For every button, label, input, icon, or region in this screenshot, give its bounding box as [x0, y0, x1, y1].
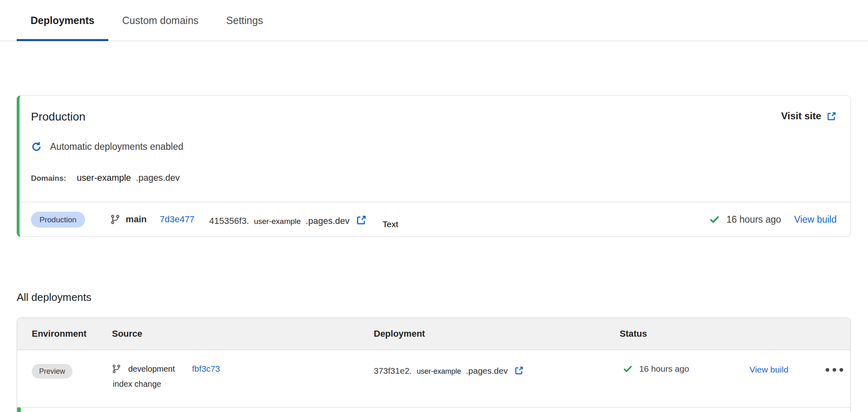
check-icon [623, 364, 633, 374]
deployment-url-project: user-example [416, 367, 461, 376]
deployment-time: 16 hours ago [726, 214, 781, 225]
deployment-url-suffix: .pages.dev [306, 216, 350, 226]
auto-deployments-text: Automatic deployments enabled [50, 141, 183, 152]
git-branch-icon [110, 215, 120, 224]
production-card-title: Production [31, 110, 85, 123]
visit-site-label: Visit site [781, 110, 821, 122]
view-build-link[interactable]: View build [750, 365, 788, 375]
deployment-url-subdomain: 415356f3. [209, 216, 249, 226]
environment-badge-production: Production [31, 212, 85, 228]
external-link-icon[interactable] [514, 366, 524, 375]
deployment-url-project: user-example [254, 217, 301, 226]
tab-custom-domains-label: Custom domains [122, 15, 199, 26]
branch-name: development [128, 364, 175, 374]
deployment-note: Text [382, 219, 398, 229]
next-row-accent-stub [17, 408, 850, 412]
commit-message: index change [113, 379, 374, 389]
commit-link[interactable]: fbf3c73 [192, 364, 220, 374]
refresh-icon [31, 141, 42, 152]
domains-label: Domains: [31, 174, 66, 183]
tab-deployments[interactable]: Deployments [17, 0, 108, 41]
table-header-row: Environment Source Deployment Status [17, 318, 850, 350]
all-deployments-title: All deployments [17, 291, 868, 304]
source-cell: development fbf3c73 index change [112, 364, 374, 389]
view-build-link[interactable]: View build [794, 214, 837, 225]
ellipsis-icon[interactable] [826, 368, 850, 372]
branch-name: main [126, 214, 147, 225]
page-tabs: Deployments Custom domains Settings [0, 0, 868, 41]
tab-settings[interactable]: Settings [213, 0, 277, 41]
visit-site-link[interactable]: Visit site [781, 110, 837, 122]
table-row: Preview development fbf3c73 index change [17, 350, 850, 408]
deployment-url: 373f31e2. user-example .pages.dev [374, 364, 620, 376]
status-cell: 16 hours ago [623, 364, 745, 374]
tab-custom-domains[interactable]: Custom domains [108, 0, 213, 41]
column-header-environment: Environment [32, 329, 112, 339]
column-header-deployment: Deployment [374, 329, 620, 339]
domain-suffix: .pages.dev [136, 173, 180, 183]
git-branch-icon [112, 364, 121, 373]
production-card: Production Visit site Automa [17, 95, 851, 237]
deployment-url-subdomain: 373f31e2. [374, 366, 412, 376]
deployment-url-suffix: .pages.dev [466, 366, 508, 376]
column-header-source: Source [112, 329, 374, 339]
deployment-url: 415356f3. user-example .pages.dev [209, 213, 367, 226]
check-icon [709, 214, 720, 225]
external-link-icon [826, 111, 837, 121]
external-link-icon[interactable] [356, 215, 367, 226]
deployment-time: 16 hours ago [639, 364, 689, 374]
commit-link[interactable]: 7d3e477 [160, 214, 195, 225]
tab-settings-label: Settings [226, 15, 263, 26]
column-header-status: Status [620, 329, 745, 339]
all-deployments-table: Environment Source Deployment Status Pre… [17, 318, 851, 412]
production-deployment-row: Production main 7d3e477 415356f3. user-e… [20, 202, 850, 237]
environment-badge-preview: Preview [32, 364, 72, 379]
tab-deployments-label: Deployments [31, 15, 94, 26]
domain-name: user-example [77, 173, 131, 183]
